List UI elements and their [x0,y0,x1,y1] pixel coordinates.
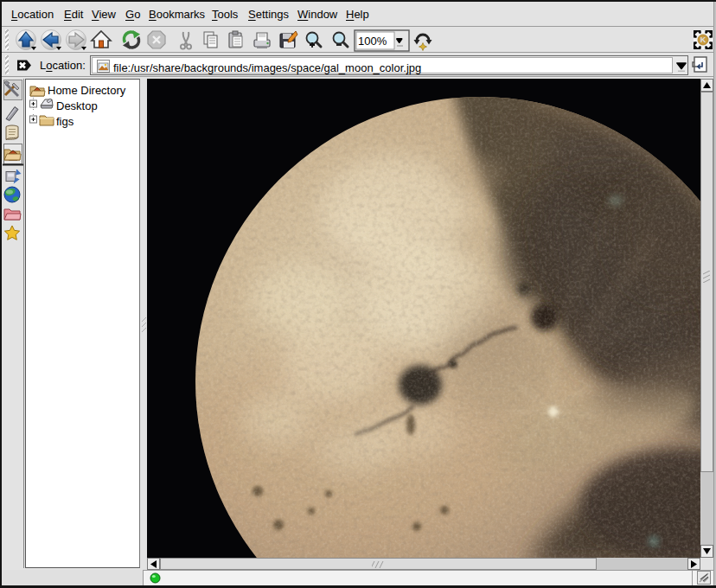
svg-text:figs: figs [56,115,74,128]
svg-text:Desktop: Desktop [56,99,98,112]
svg-text:K: K [700,35,706,44]
svg-text:100%: 100% [358,35,387,48]
svg-text:Home Directory: Home Directory [48,84,126,97]
